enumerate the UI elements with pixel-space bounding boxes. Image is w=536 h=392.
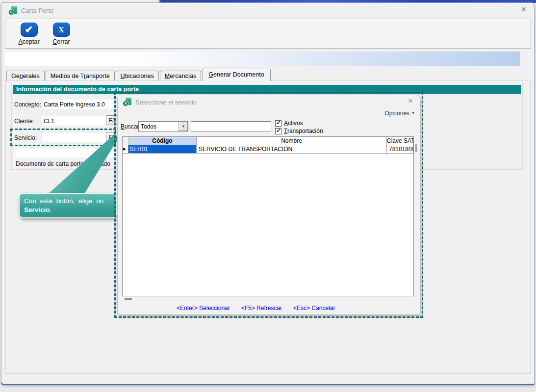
horizontal-scrollbar-thumb[interactable]	[125, 298, 132, 300]
toolbar: ✔ Aceptar X Cerrar	[5, 19, 531, 49]
chevron-down-icon: ▼	[411, 111, 415, 115]
buscar-label: Buscar:	[121, 123, 141, 130]
dropdown-arrow-icon[interactable]: ▼	[179, 122, 188, 131]
f5-refrescar-hint[interactable]: <F5> Refrescar	[241, 305, 282, 312]
checkbox-icon: ✓	[275, 128, 281, 134]
vertical-scrollbar-thumb[interactable]	[415, 144, 417, 152]
opciones-menu[interactable]: Opciones▼	[384, 110, 415, 117]
checkbox-icon: ✓	[275, 120, 281, 127]
concepto-input[interactable]	[42, 100, 116, 109]
row-pointer-icon: ▶	[123, 145, 128, 154]
selector-column-header[interactable]	[123, 137, 128, 145]
help-callout: Con este botón, elige un Servicio.	[19, 193, 117, 218]
carta-porte-window: $ Carta Porte × ✔ Aceptar X Cerrar Gener…	[1, 2, 535, 384]
activos-checkbox[interactable]: ✓ Activos	[275, 120, 303, 127]
codigo-cell[interactable]: SER01	[128, 145, 197, 154]
clave-sat-column-header[interactable]: Clave SAT	[387, 137, 413, 145]
tab-generales[interactable]: Generales	[6, 71, 45, 81]
enter-seleccionar-hint[interactable]: <Enter> Seleccionar	[177, 305, 230, 312]
codigo-column-header[interactable]: Código	[128, 137, 197, 145]
x-icon: X	[53, 23, 70, 37]
aceptar-button[interactable]: ✔ Aceptar	[15, 23, 43, 45]
dialog-highlight-border: $ Seleccione el servicio × Opciones▼ Bus…	[114, 92, 423, 318]
window-close-icon[interactable]: ×	[521, 5, 526, 14]
tab-mercancias[interactable]: Mercancías	[160, 71, 202, 81]
table-header-row: Código Nombre Clave SAT	[123, 137, 413, 145]
activos-label: Activos	[284, 120, 303, 127]
tab-ubicaciones[interactable]: Ubicaciones	[116, 71, 159, 81]
search-input[interactable]	[191, 121, 271, 131]
dialog-title: Seleccione el servicio	[135, 99, 197, 106]
transportacion-checkbox[interactable]: ✓ Transportación	[275, 128, 323, 134]
services-table: Código Nombre Clave SAT ▶ SER01 SERVICIO…	[122, 136, 414, 296]
app-icon: $	[8, 6, 17, 15]
callout-text: Con este botón, elige un	[24, 197, 103, 205]
callout-bold-text: Servicio	[24, 206, 50, 213]
table-row[interactable]: ▶ SER01 SERVICIO DE TRANSPORTACIÓN 78101…	[123, 145, 413, 154]
dialog-app-icon: $	[123, 98, 131, 106]
seleccione-servicio-dialog: $ Seleccione el servicio × Opciones▼ Bus…	[117, 95, 420, 315]
cliente-label: Cliente:	[14, 118, 34, 125]
dollar-badge-icon: $	[8, 9, 14, 15]
tab-strip: Generales Medios de Transporte Ubicacion…	[6, 69, 272, 81]
window-title: Carta Porte	[21, 7, 53, 14]
check-icon: ✔	[21, 23, 38, 37]
aceptar-label: Aceptar	[15, 38, 43, 45]
cerrar-button[interactable]: X Cerrar	[48, 23, 75, 45]
dialog-close-icon[interactable]: ×	[408, 97, 413, 105]
buscar-filter-dropdown[interactable]: Todos ▼	[138, 121, 188, 131]
dialog-footer: <Enter> Seleccionar <F5> Refrescar <Esc>…	[177, 305, 335, 312]
cliente-input[interactable]	[42, 116, 105, 126]
tab-generar-documento[interactable]: Generar Documento	[202, 69, 270, 81]
window-titlebar[interactable]: $ Carta Porte ×	[1, 3, 534, 18]
dropdown-selected-value: Todos	[141, 123, 156, 130]
nombre-cell[interactable]: SERVICIO DE TRANSPORTACIÓN	[197, 145, 387, 154]
esc-cancelar-hint[interactable]: <Esc> Cancelar	[293, 305, 335, 312]
servicio-input[interactable]	[42, 133, 105, 142]
cerrar-label: Cerrar	[48, 38, 75, 45]
tab-medios-de-transporte[interactable]: Medios de Transporte	[46, 71, 115, 81]
nombre-column-header[interactable]: Nombre	[197, 137, 387, 145]
header-gradient-band	[5, 52, 520, 66]
clave-sat-cell[interactable]: 78101800	[387, 145, 413, 154]
dollar-badge-icon: $	[123, 101, 128, 106]
concepto-label: Concepto:	[14, 101, 41, 108]
servicio-label: Servicio:	[14, 134, 37, 141]
transportacion-label: Transportación	[284, 128, 323, 134]
